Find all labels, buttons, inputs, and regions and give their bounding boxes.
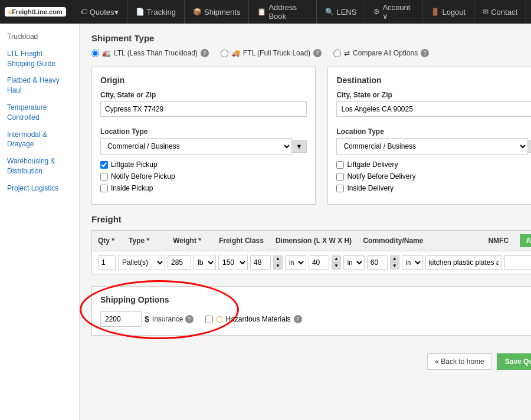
- sidebar-item-intermodal[interactable]: Intermodal & Drayage: [0, 126, 79, 153]
- nav-item-address-book[interactable]: 📋 Address Book: [249, 0, 317, 24]
- sidebar-item-truckload[interactable]: Truckload: [0, 28, 79, 45]
- navbar: eFreightLine.com 🏷 Quotes ▾ 📄 Tracking 📦…: [0, 0, 531, 24]
- destination-liftgate-checkbox[interactable]: Liftgate Delivery: [336, 160, 531, 169]
- contact-icon: ✉: [483, 8, 489, 16]
- tracking-icon: 📄: [136, 8, 145, 16]
- nav-item-quotes[interactable]: 🏷 Quotes ▾: [72, 0, 127, 24]
- save-quote-button[interactable]: Save Quote: [497, 353, 531, 370]
- hazmat-checkbox[interactable]: [205, 316, 213, 323]
- sidebar-item-ltl-guide[interactable]: LTL Freight Shipping Guide: [0, 45, 79, 73]
- nav-items: 🏷 Quotes ▾ 📄 Tracking 📦 Shipments 📋 Addr…: [72, 0, 366, 24]
- insurance-label: Insurance ?: [152, 315, 194, 323]
- radio-compare[interactable]: ⇄ Compare All Options ?: [333, 49, 429, 57]
- freight-dim-w-input[interactable]: [309, 255, 329, 270]
- origin-location-select[interactable]: Commercial / Business: [100, 138, 292, 155]
- origin-city-input[interactable]: [100, 101, 307, 117]
- destination-city-label: City, State or Zip: [336, 91, 531, 99]
- col-weight: Weight *: [173, 237, 201, 245]
- origin-box: Origin City, State or Zip Location Type …: [91, 67, 316, 205]
- col-nmfc: NMFC: [488, 237, 509, 245]
- dim-h-container: ▲ ▼ in: [367, 255, 423, 270]
- destination-city-input[interactable]: [336, 101, 531, 117]
- shipment-type-radio-group: 🚛 LTL (Less Than Truckload) ? 🚚 FTL (Ful…: [91, 49, 531, 57]
- col-commodity: Commodity/Name: [363, 237, 423, 245]
- dim-w-container: ▲ ▼ in: [309, 255, 365, 270]
- dim-l-up[interactable]: ▲: [273, 255, 283, 262]
- dim-w-spinners: ▲ ▼: [332, 255, 341, 270]
- insurance-group: $ Insurance ?: [100, 311, 194, 327]
- sidebar-item-temperature[interactable]: Temperature Controlled: [0, 99, 79, 126]
- origin-liftgate-checkbox[interactable]: Liftgate Pickup: [100, 160, 307, 169]
- dim-l-unit-select[interactable]: in: [285, 255, 306, 270]
- nav-item-lens[interactable]: 🔍 LENS: [317, 0, 365, 24]
- origin-notify-checkbox[interactable]: Notify Before Pickup: [100, 172, 307, 181]
- nav-item-account[interactable]: ⚙ Account ∨: [365, 0, 422, 24]
- account-icon: ⚙: [373, 8, 380, 16]
- freight-type-select[interactable]: Pallet(s): [118, 255, 165, 270]
- page-wrapper: Truckload LTL Freight Shipping Guide Fla…: [0, 24, 531, 420]
- ltl-info-icon[interactable]: ?: [201, 49, 209, 57]
- col-type: Type *: [129, 237, 149, 245]
- shipment-type-section: Shipment Type 🚛 LTL (Less Than Truckload…: [91, 33, 531, 57]
- shipment-type-title: Shipment Type: [91, 33, 531, 43]
- destination-location-dropdown-btn[interactable]: ▼: [528, 140, 531, 153]
- origin-city-label: City, State or Zip: [100, 91, 307, 99]
- shipping-options-box: Shipping Options $ Insurance ? ⬡ Hazardo…: [91, 286, 531, 336]
- dim-w-up[interactable]: ▲: [332, 255, 341, 262]
- origin-location-type-wrapper: Commercial / Business ▼: [100, 138, 307, 155]
- dim-h-down[interactable]: ▼: [390, 262, 399, 270]
- origin-location-label: Location Type: [100, 127, 307, 136]
- nav-item-contact[interactable]: ✉ Contact: [474, 0, 526, 24]
- freight-row: Pallet(s) lb 150 ▲ ▼: [91, 251, 531, 274]
- options-row: $ Insurance ? ⬡ Hazardous Materials ?: [100, 311, 531, 327]
- freight-nmfc-input[interactable]: [504, 255, 531, 270]
- sidebar-item-flatbed[interactable]: Flatbed & Heavy Haul: [0, 72, 79, 99]
- hazmat-info-icon[interactable]: ?: [294, 315, 302, 323]
- hazmat-group: ⬡ Hazardous Materials ?: [205, 314, 302, 324]
- sidebar-item-project-logistics[interactable]: Project Logistics: [0, 180, 79, 197]
- freight-section: Freight Qty * Type * Weight * Freight Cl…: [91, 214, 531, 274]
- destination-box: Destination City, State or Zip Location …: [327, 67, 531, 205]
- dim-w-down[interactable]: ▼: [332, 262, 341, 270]
- col-qty: Qty *: [98, 237, 114, 245]
- destination-inside-checkbox[interactable]: Inside Delivery: [336, 184, 531, 192]
- dim-l-down[interactable]: ▼: [273, 262, 283, 270]
- dim-w-unit-select[interactable]: in: [343, 255, 365, 270]
- insurance-info-icon[interactable]: ?: [185, 315, 194, 323]
- main-content: Shipment Type 🚛 LTL (Less Than Truckload…: [80, 24, 531, 420]
- back-to-home-button[interactable]: « Back to home: [427, 353, 491, 370]
- ftl-info-icon[interactable]: ?: [313, 49, 322, 57]
- nav-item-shipments[interactable]: 📦 Shipments: [185, 0, 249, 24]
- origin-inside-checkbox[interactable]: Inside Pickup: [100, 184, 307, 192]
- nav-item-logout[interactable]: 🚪 Logout: [422, 0, 474, 24]
- nav-item-tracking[interactable]: 📄 Tracking: [127, 0, 185, 24]
- col-freight-class: Freight Class: [219, 237, 264, 245]
- add-freight-button[interactable]: Add: [520, 234, 531, 247]
- freight-dim-h-input[interactable]: [367, 255, 388, 270]
- origin-location-dropdown-btn[interactable]: ▼: [292, 140, 307, 153]
- dim-h-up[interactable]: ▲: [390, 255, 399, 262]
- freight-weight-input[interactable]: [168, 255, 191, 270]
- origin-title: Origin: [100, 76, 307, 85]
- insurance-input[interactable]: [100, 311, 142, 327]
- freight-dim-l-input[interactable]: [250, 255, 271, 270]
- dim-h-unit-select[interactable]: in: [402, 255, 423, 270]
- destination-location-select[interactable]: Commercial / Business: [336, 138, 528, 155]
- dollar-sign: $: [145, 314, 149, 324]
- bottom-actions: « Back to home Save Quote: [91, 347, 531, 376]
- dim-l-spinners: ▲ ▼: [273, 255, 283, 270]
- sidebar-item-warehousing[interactable]: Warehousing & Distribution: [0, 153, 79, 180]
- compare-info-icon[interactable]: ?: [421, 49, 429, 57]
- radio-ftl[interactable]: 🚚 FTL (Full Truck Load) ?: [221, 49, 322, 57]
- destination-location-type-wrapper: Commercial / Business ▼: [336, 138, 531, 155]
- logo[interactable]: eFreightLine.com: [5, 7, 66, 17]
- dim-h-spinners: ▲ ▼: [390, 255, 399, 270]
- destination-notify-checkbox[interactable]: Notify Before Delivery: [336, 172, 531, 181]
- freight-class-select[interactable]: 150: [218, 255, 248, 270]
- freight-qty-input[interactable]: [98, 255, 116, 270]
- freight-commodity-input[interactable]: [425, 255, 502, 270]
- radio-ltl[interactable]: 🚛 LTL (Less Than Truckload) ?: [91, 49, 209, 57]
- truck-icon: 🚛: [102, 49, 111, 57]
- freight-weight-unit-select[interactable]: lb: [194, 255, 216, 270]
- lens-icon: 🔍: [325, 8, 334, 16]
